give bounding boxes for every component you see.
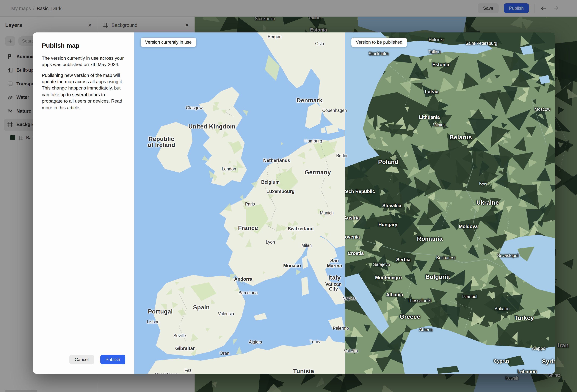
- dialog-paragraph-1: The version currently in use across your…: [42, 55, 125, 68]
- app-window: StockholmTallinnEstoniaIranShirazKuwait …: [0, 0, 577, 392]
- version-compare: BergenOsloGlasgowUnited KingdomRepublic …: [134, 33, 555, 374]
- dialog-paragraph-2: Publishing new version of the map will u…: [42, 72, 125, 111]
- dialog-title: Publish map: [42, 42, 125, 50]
- publish-button-dialog[interactable]: Publish: [100, 355, 125, 364]
- publish-dialog: Publish map The version currently in use…: [33, 33, 134, 374]
- publish-modal: Publish map The version currently in use…: [33, 33, 555, 374]
- map-pane-new-version[interactable]: HelsinkiSaint PetersburgStockholmTallinn…: [345, 33, 555, 374]
- this-article-link[interactable]: this article: [59, 105, 79, 110]
- cancel-button[interactable]: Cancel: [70, 355, 94, 364]
- map-pane-current-version[interactable]: BergenOsloGlasgowUnited KingdomRepublic …: [134, 33, 345, 374]
- current-version-badge: Version currently in use: [141, 38, 196, 47]
- new-version-badge: Version to be published: [351, 38, 407, 47]
